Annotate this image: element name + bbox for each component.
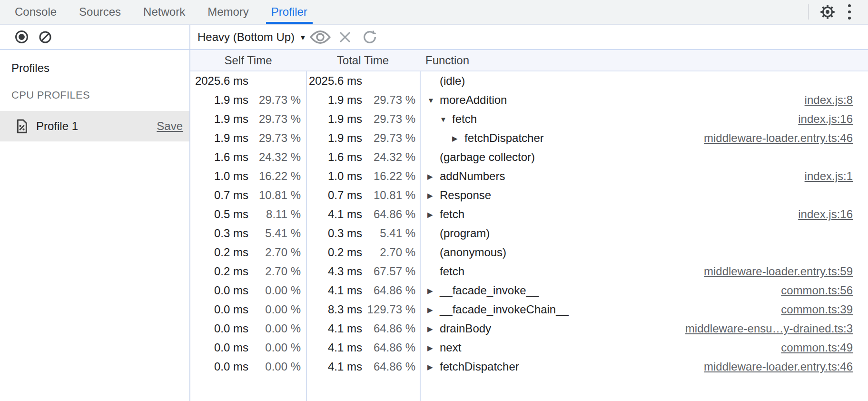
profile-table-row[interactable]: 0.0 ms0.00 %4.1 ms64.86 %▶drainBodymiddl…	[190, 319, 868, 338]
function-name: next	[440, 341, 461, 354]
self-time-percent: 5.41 %	[248, 227, 306, 240]
tab-console[interactable]: Console	[10, 0, 62, 24]
save-profile-link[interactable]: Save	[157, 120, 183, 133]
profile-table-row[interactable]: 0.0 ms0.00 %8.3 ms129.73 %▶__facade_invo…	[190, 300, 868, 319]
function-name: drainBody	[440, 322, 491, 335]
tab-network[interactable]: Network	[138, 0, 190, 24]
profile-table-row[interactable]: 1.9 ms29.73 %1.9 ms29.73 %▼fetchindex.js…	[190, 110, 868, 129]
source-location-link[interactable]: index.js:8	[805, 93, 853, 107]
self-time-percent: 2.70 %	[248, 265, 306, 278]
self-time-ms: 0.5 ms	[190, 208, 248, 221]
clear-profiles-button[interactable]	[37, 29, 53, 45]
column-header-self-time[interactable]: Self Time	[190, 54, 306, 67]
profile-table-row[interactable]: 0.2 ms2.70 %0.2 ms2.70 %(anonymous)	[190, 243, 868, 262]
total-time-percent: 64.86 %	[362, 322, 420, 335]
tab-memory[interactable]: Memory	[202, 0, 254, 24]
expander-closed-icon[interactable]: ▶	[427, 325, 440, 332]
column-header-total-time[interactable]: Total Time	[306, 54, 420, 67]
source-location-link[interactable]: middleware-loader.entry.ts:59	[704, 265, 853, 278]
total-time-ms: 4.1 ms	[306, 360, 362, 373]
function-cell: ▶__facade_invoke__common.ts:56	[420, 284, 868, 297]
expander-closed-icon[interactable]: ▶	[427, 344, 440, 351]
profile-table-row[interactable]: 0.5 ms8.11 %4.1 ms64.86 %▶fetchindex.js:…	[190, 205, 868, 224]
focus-selected-button[interactable]	[309, 26, 331, 48]
function-name: fetchDispatcher	[440, 360, 519, 373]
expander-closed-icon[interactable]: ▶	[427, 287, 440, 294]
self-time-ms: 0.7 ms	[190, 189, 248, 202]
expander-closed-icon[interactable]: ▶	[427, 306, 440, 313]
self-time-ms: 1.9 ms	[190, 93, 248, 107]
profile-table-row[interactable]: 0.0 ms0.00 %4.1 ms64.86 %▶nextcommon.ts:…	[190, 338, 868, 357]
expander-open-icon[interactable]: ▼	[440, 116, 452, 123]
expander-closed-icon[interactable]: ▶	[427, 363, 440, 371]
expander-closed-icon[interactable]: ▶	[427, 173, 440, 180]
source-location-link[interactable]: common.ts:56	[781, 284, 853, 297]
function-name: (program)	[440, 227, 490, 240]
total-time-ms: 8.3 ms	[306, 303, 362, 316]
profile-table-row[interactable]: 0.7 ms10.81 %0.7 ms10.81 %▶Response	[190, 186, 868, 205]
profile-table-row[interactable]: 1.6 ms24.32 %1.6 ms24.32 %(garbage colle…	[190, 148, 868, 167]
self-time-ms: 1.9 ms	[190, 112, 248, 126]
panel-tabs: ConsoleSourcesNetworkMemoryProfiler	[0, 0, 325, 24]
self-time-percent: 0.00 %	[248, 322, 306, 335]
self-time-ms: 0.0 ms	[190, 360, 248, 373]
self-time-ms: 0.0 ms	[190, 322, 248, 335]
self-time-ms: 0.0 ms	[190, 284, 248, 297]
self-time-percent: 29.73 %	[248, 112, 306, 126]
profiles-heading: Profiles	[11, 61, 189, 75]
profile-item-selected[interactable]: Profile 1 Save	[0, 111, 189, 141]
source-location-link[interactable]: common.ts:39	[781, 303, 853, 316]
total-time-ms: 4.1 ms	[306, 208, 362, 221]
expander-closed-icon[interactable]: ▶	[427, 192, 440, 199]
profile-table-row[interactable]: 2025.6 ms2025.6 ms(idle)	[190, 71, 868, 90]
self-time-ms: 1.0 ms	[190, 170, 248, 183]
source-location-link[interactable]: middleware-loader.entry.ts:46	[704, 131, 853, 145]
expander-open-icon[interactable]: ▼	[427, 97, 440, 104]
tab-sources[interactable]: Sources	[74, 0, 126, 24]
source-location-link[interactable]: common.ts:49	[781, 341, 853, 354]
more-options-button[interactable]	[838, 1, 860, 23]
function-name: fetch	[440, 265, 464, 278]
function-name: (anonymous)	[440, 246, 506, 259]
self-time-percent: 24.32 %	[248, 150, 306, 164]
profile-table-row[interactable]: 0.2 ms2.70 %4.3 ms67.57 %fetchmiddleware…	[190, 262, 868, 281]
profile-table-row[interactable]: 0.0 ms0.00 %4.1 ms64.86 %▶__facade_invok…	[190, 281, 868, 300]
total-time-percent: 10.81 %	[362, 189, 420, 202]
profile-table-row[interactable]: 0.3 ms5.41 %0.3 ms5.41 %(program)	[190, 224, 868, 243]
devtools-window: ConsoleSourcesNetworkMemoryProfiler	[0, 0, 868, 401]
source-location-link[interactable]: index.js:16	[798, 112, 853, 126]
expander-closed-icon[interactable]: ▶	[427, 211, 440, 218]
record-button[interactable]	[13, 29, 30, 45]
column-header-function[interactable]: Function	[420, 54, 868, 67]
profile-table-row[interactable]: 1.0 ms16.22 %1.0 ms16.22 %▶addNumbersind…	[190, 167, 868, 186]
tabbar-actions	[808, 0, 868, 24]
tab-profiler[interactable]: Profiler	[266, 0, 313, 24]
total-time-percent: 29.73 %	[362, 131, 420, 145]
exclude-selected-button[interactable]	[334, 26, 356, 48]
settings-button[interactable]	[817, 1, 838, 23]
profile-table-row[interactable]: 1.9 ms29.73 %1.9 ms29.73 %▶fetchDispatch…	[190, 129, 868, 148]
function-name: addNumbers	[440, 170, 505, 183]
view-mode-dropdown[interactable]: Heavy (Bottom Up) ▼	[197, 30, 306, 44]
expander-closed-icon[interactable]: ▶	[452, 135, 464, 142]
self-time-percent: 29.73 %	[248, 93, 306, 107]
restore-all-button[interactable]	[359, 26, 381, 48]
self-time-percent: 0.00 %	[248, 341, 306, 354]
total-time-ms: 4.3 ms	[306, 265, 362, 278]
source-location-link[interactable]: middleware-loader.entry.ts:46	[704, 360, 853, 373]
profile-table-row[interactable]: 1.9 ms29.73 %1.9 ms29.73 %▼moreAdditioni…	[190, 90, 868, 110]
total-time-ms: 4.1 ms	[306, 322, 362, 335]
profile-name: Profile 1	[36, 120, 157, 133]
source-location-link[interactable]: middleware-ensu…y-drained.ts:3	[685, 322, 853, 335]
total-time-percent: 29.73 %	[362, 112, 420, 126]
function-cell: ▶__facade_invokeChain__common.ts:39	[420, 303, 868, 316]
profile-table-row[interactable]: 0.0 ms0.00 %4.1 ms64.86 %▶fetchDispatche…	[190, 357, 868, 376]
source-location-link[interactable]: index.js:16	[798, 208, 853, 221]
self-time-ms: 0.0 ms	[190, 341, 248, 354]
profiler-view-toolbar: Heavy (Bottom Up) ▼	[190, 25, 868, 50]
function-cell: ▶nextcommon.ts:49	[420, 341, 868, 354]
total-time-ms: 0.2 ms	[306, 246, 362, 259]
source-location-link[interactable]: index.js:1	[805, 170, 853, 183]
devtools-content: Profiles CPU PROFILES Profile 1 Save	[0, 25, 868, 401]
function-name: fetch	[440, 208, 464, 221]
